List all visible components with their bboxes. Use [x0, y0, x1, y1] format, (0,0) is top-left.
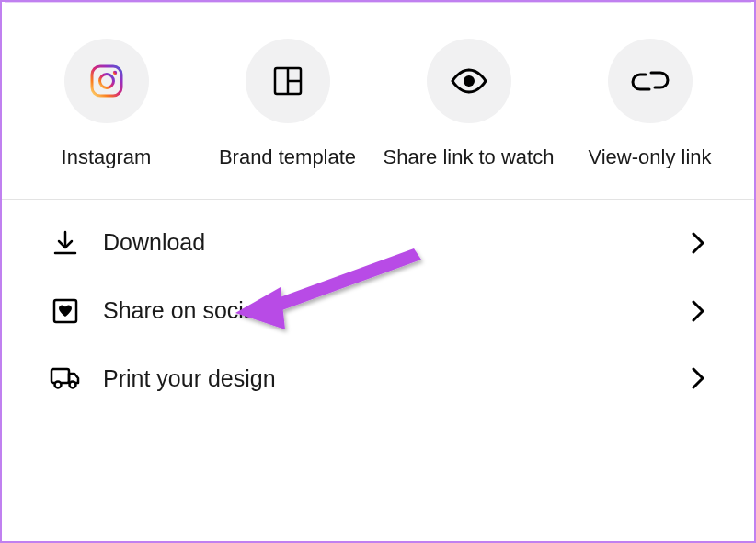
- action-label: Print your design: [103, 365, 690, 392]
- svg-point-6: [464, 75, 475, 87]
- heart-square-icon: [50, 297, 81, 325]
- action-label: Download: [103, 229, 690, 256]
- instagram-icon: [64, 39, 149, 123]
- svg-point-2: [112, 71, 116, 75]
- share-option-label: Share link to watch: [384, 144, 555, 171]
- share-options-grid: Instagram Brand template Share link to w…: [2, 2, 754, 199]
- share-option-label: Instagram: [62, 144, 152, 171]
- link-icon: [608, 39, 693, 123]
- svg-point-11: [55, 382, 62, 388]
- action-print-your-design[interactable]: Print your design: [2, 345, 754, 412]
- svg-rect-0: [92, 66, 121, 96]
- chevron-right-icon: [690, 230, 706, 256]
- download-icon: [50, 229, 81, 257]
- share-option-view-only-link[interactable]: View-only link: [564, 39, 736, 171]
- action-share-on-social[interactable]: Share on social: [2, 277, 754, 345]
- truck-icon: [50, 365, 81, 391]
- share-option-label: Brand template: [219, 144, 356, 171]
- share-option-brand-template[interactable]: Brand template: [201, 39, 373, 171]
- action-list: Download Share on social: [2, 200, 754, 422]
- share-option-share-link-watch[interactable]: Share link to watch: [383, 39, 555, 171]
- svg-point-12: [70, 382, 76, 388]
- share-option-instagram[interactable]: Instagram: [20, 39, 192, 171]
- action-download[interactable]: Download: [2, 209, 754, 277]
- template-icon: [246, 39, 330, 123]
- chevron-right-icon: [690, 298, 706, 324]
- svg-point-1: [99, 75, 113, 88]
- eye-icon: [427, 39, 511, 123]
- chevron-right-icon: [690, 365, 706, 391]
- svg-rect-10: [52, 369, 69, 383]
- action-label: Share on social: [103, 297, 690, 324]
- share-option-label: View-only link: [588, 144, 711, 171]
